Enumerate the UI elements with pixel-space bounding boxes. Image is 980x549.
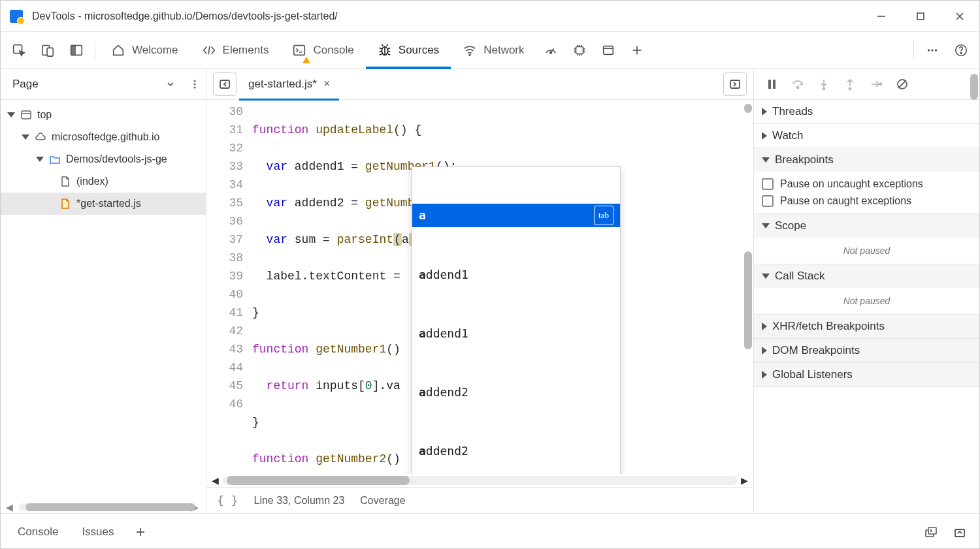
minimize-button[interactable]	[862, 1, 901, 32]
bug-icon	[378, 43, 392, 57]
navigator-label: Page	[6, 78, 165, 91]
tree-node-folder[interactable]: Demos/devtools-js-ge	[1, 148, 206, 170]
tree-label: top	[37, 109, 52, 121]
application-icon[interactable]	[594, 36, 623, 65]
editor-tabbar: get-started.js* ×	[206, 69, 753, 100]
tree-label: *get-started.js	[76, 198, 141, 210]
svg-point-42	[880, 83, 882, 85]
debugger-panel: Threads Watch Breakpoints Pause on uncau…	[754, 69, 979, 513]
sidebar-scrollbar[interactable]: ◀▶	[1, 501, 206, 513]
tree-node-top[interactable]: top	[1, 104, 206, 126]
line-gutter: 3031323334353637383940414243444546	[206, 100, 252, 474]
pause-button[interactable]	[760, 73, 783, 95]
tree-label: Demos/devtools-js-ge	[66, 153, 167, 165]
devtools-toolbar: Welcome Elements Console Sources Network	[1, 32, 979, 69]
tab-sources[interactable]: Sources	[366, 32, 451, 69]
console-icon	[292, 43, 306, 57]
svg-line-9	[208, 46, 210, 54]
tab-elements[interactable]: Elements	[190, 32, 281, 69]
more-icon[interactable]	[918, 36, 947, 65]
debugger-toolbar	[754, 69, 979, 100]
svg-rect-34	[768, 80, 771, 89]
section-xhr[interactable]: XHR/fetch Breakpoints	[754, 315, 979, 338]
section-callstack[interactable]: Call Stack	[754, 264, 979, 288]
section-scope[interactable]: Scope	[754, 214, 979, 238]
step-over-button[interactable]	[787, 73, 809, 95]
script-icon	[59, 198, 71, 210]
autocomplete-item[interactable]: atab	[412, 204, 620, 227]
section-watch[interactable]: Watch	[754, 124, 979, 148]
autocomplete-item[interactable]: addend2	[412, 440, 620, 462]
tree-node-index[interactable]: (index)	[1, 170, 206, 193]
performance-icon[interactable]	[536, 36, 565, 65]
console-drawer: Console Issues	[1, 513, 979, 549]
close-button[interactable]	[940, 1, 979, 32]
tab-console[interactable]: Console	[280, 32, 365, 69]
svg-point-27	[193, 80, 195, 82]
autocomplete-item[interactable]: addend2	[412, 381, 620, 403]
svg-rect-18	[603, 46, 613, 54]
svg-point-23	[931, 49, 933, 51]
window-title: DevTools - microsoftedge.github.io/Demos…	[32, 10, 862, 22]
file-tab-label: get-started.js*	[248, 78, 317, 91]
autocomplete-item[interactable]: addend1	[412, 264, 620, 286]
section-global[interactable]: Global Listeners	[754, 363, 979, 386]
dock-side-icon[interactable]	[62, 36, 91, 65]
drawer-tab-issues[interactable]: Issues	[71, 514, 124, 550]
deactivate-breakpoints-button[interactable]	[891, 73, 913, 95]
window-titlebar: DevTools - microsoftedge.github.io/Demos…	[1, 1, 979, 32]
add-tab-icon[interactable]	[623, 36, 651, 65]
tab-network[interactable]: Network	[451, 32, 536, 69]
devtools-app-icon	[10, 10, 23, 23]
drawer-tab-console[interactable]: Console	[7, 514, 69, 550]
section-dom[interactable]: DOM Breakpoints	[754, 339, 979, 362]
tree-label: (index)	[76, 176, 108, 187]
expand-drawer-icon[interactable]	[947, 519, 973, 545]
toggle-debugger-button[interactable]	[723, 72, 747, 96]
drawer-console-icon[interactable]	[918, 519, 944, 545]
tab-label: Network	[483, 44, 524, 57]
step-button[interactable]	[865, 73, 887, 95]
pause-caught-checkbox[interactable]: Pause on caught exceptions	[762, 193, 972, 210]
svg-rect-49	[955, 529, 964, 537]
editor-file-tab[interactable]: get-started.js* ×	[239, 69, 339, 100]
step-into-button[interactable]	[813, 73, 835, 95]
help-icon[interactable]	[947, 36, 975, 65]
svg-rect-35	[773, 80, 776, 89]
file-tree: top microsoftedge.github.io Demos/devtoo…	[1, 100, 206, 501]
editor-hscroll[interactable]: ◀▶	[206, 474, 753, 487]
svg-point-36	[797, 86, 799, 88]
inspect-icon[interactable]	[5, 36, 33, 65]
coverage-label: Coverage	[360, 495, 405, 507]
tree-node-domain[interactable]: microsoftedge.github.io	[1, 126, 206, 148]
more-vertical-icon[interactable]	[189, 78, 201, 90]
tab-welcome[interactable]: Welcome	[99, 32, 190, 69]
pause-uncaught-checkbox[interactable]: Pause on uncaught exceptions	[762, 176, 972, 193]
section-breakpoints[interactable]: Breakpoints	[754, 148, 979, 172]
expand-icon	[7, 112, 15, 118]
memory-icon[interactable]	[565, 36, 594, 65]
svg-rect-30	[22, 111, 31, 119]
page-navigator: Page top microsoftedge.github.io Demos/d…	[1, 69, 206, 513]
maximize-button[interactable]	[901, 1, 940, 32]
step-out-button[interactable]	[839, 73, 861, 95]
pretty-print-icon[interactable]: { }	[217, 494, 238, 507]
svg-point-22	[928, 49, 930, 51]
tab-hint-badge: tab	[594, 206, 613, 225]
folder-icon	[49, 153, 61, 165]
svg-rect-10	[294, 45, 305, 55]
section-threads[interactable]: Threads	[754, 100, 979, 123]
wifi-icon	[463, 43, 477, 57]
autocomplete-item[interactable]: addend1	[412, 322, 620, 345]
device-toggle-icon[interactable]	[33, 36, 62, 65]
navigator-dropdown[interactable]: Page	[1, 69, 206, 100]
debug-vscroll[interactable]	[970, 74, 978, 100]
toggle-navigator-button[interactable]	[213, 72, 237, 96]
tree-node-script[interactable]: *get-started.js	[1, 193, 206, 215]
scope-empty: Not paused	[754, 238, 979, 264]
svg-point-29	[193, 86, 195, 88]
home-icon	[111, 43, 125, 57]
close-tab-icon[interactable]: ×	[323, 77, 331, 91]
add-drawer-tab-icon[interactable]	[127, 519, 154, 545]
code-content[interactable]: function updateLabel() { var addend1 = g…	[252, 100, 753, 474]
